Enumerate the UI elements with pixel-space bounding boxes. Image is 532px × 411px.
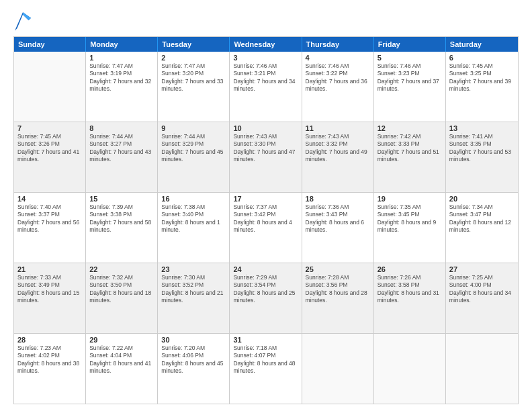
day-number: 5 (378, 54, 442, 62)
cal-cell-0-2: 2Sunrise: 7:47 AM Sunset: 3:20 PM Daylig… (158, 52, 230, 122)
cell-info: Sunrise: 7:32 AM Sunset: 3:50 PM Dayligh… (89, 274, 154, 305)
cal-cell-2-1: 15Sunrise: 7:39 AM Sunset: 3:38 PM Dayli… (86, 193, 158, 263)
cal-cell-2-2: 16Sunrise: 7:38 AM Sunset: 3:40 PM Dayli… (158, 193, 230, 263)
cal-header-saturday: Saturday (446, 37, 518, 52)
cell-info: Sunrise: 7:23 AM Sunset: 4:02 PM Dayligh… (17, 345, 82, 375)
cal-cell-1-2: 9Sunrise: 7:44 AM Sunset: 3:29 PM Daylig… (158, 122, 230, 192)
cell-info: Sunrise: 7:18 AM Sunset: 4:07 PM Dayligh… (233, 345, 298, 375)
cal-cell-0-3: 3Sunrise: 7:46 AM Sunset: 3:21 PM Daylig… (230, 52, 302, 122)
cell-info: Sunrise: 7:44 AM Sunset: 3:29 PM Dayligh… (161, 133, 226, 164)
cell-info: Sunrise: 7:39 AM Sunset: 3:38 PM Dayligh… (89, 203, 154, 234)
cell-info: Sunrise: 7:26 AM Sunset: 3:58 PM Dayligh… (378, 274, 442, 305)
calendar: SundayMondayTuesdayWednesdayThursdayFrid… (13, 36, 519, 404)
cal-cell-4-3: 31Sunrise: 7:18 AM Sunset: 4:07 PM Dayli… (230, 334, 302, 404)
cell-info: Sunrise: 7:43 AM Sunset: 3:30 PM Dayligh… (233, 133, 298, 164)
cal-cell-0-5: 5Sunrise: 7:46 AM Sunset: 3:23 PM Daylig… (374, 52, 446, 122)
day-number: 31 (233, 336, 298, 344)
cell-info: Sunrise: 7:35 AM Sunset: 3:45 PM Dayligh… (378, 203, 442, 234)
cal-header-friday: Friday (374, 37, 446, 52)
day-number: 10 (233, 124, 298, 132)
cal-cell-1-1: 8Sunrise: 7:44 AM Sunset: 3:27 PM Daylig… (86, 122, 158, 192)
cal-cell-4-0: 28Sunrise: 7:23 AM Sunset: 4:02 PM Dayli… (14, 334, 86, 404)
day-number: 8 (89, 124, 154, 132)
cal-cell-4-5 (374, 334, 446, 404)
cal-cell-3-1: 22Sunrise: 7:32 AM Sunset: 3:50 PM Dayli… (86, 263, 158, 333)
cell-info: Sunrise: 7:45 AM Sunset: 3:26 PM Dayligh… (17, 133, 82, 164)
cal-cell-0-0 (14, 52, 86, 122)
cell-info: Sunrise: 7:41 AM Sunset: 3:35 PM Dayligh… (449, 133, 515, 164)
day-number: 6 (449, 54, 515, 62)
cal-cell-3-4: 25Sunrise: 7:28 AM Sunset: 3:56 PM Dayli… (302, 263, 374, 333)
cell-info: Sunrise: 7:46 AM Sunset: 3:22 PM Dayligh… (306, 62, 370, 93)
svg-marker-1 (23, 12, 31, 20)
day-number: 24 (233, 265, 298, 273)
day-number: 16 (161, 195, 226, 203)
cell-info: Sunrise: 7:40 AM Sunset: 3:37 PM Dayligh… (17, 203, 82, 234)
cal-cell-3-5: 26Sunrise: 7:26 AM Sunset: 3:58 PM Dayli… (374, 263, 446, 333)
day-number: 14 (17, 195, 82, 203)
cell-info: Sunrise: 7:36 AM Sunset: 3:43 PM Dayligh… (306, 203, 370, 234)
day-number: 7 (17, 124, 82, 132)
cell-info: Sunrise: 7:37 AM Sunset: 3:42 PM Dayligh… (233, 203, 298, 234)
calendar-body: 1Sunrise: 7:47 AM Sunset: 3:19 PM Daylig… (14, 52, 518, 404)
day-number: 13 (449, 124, 515, 132)
cal-cell-2-5: 19Sunrise: 7:35 AM Sunset: 3:45 PM Dayli… (374, 193, 446, 263)
day-number: 11 (306, 124, 370, 132)
cell-info: Sunrise: 7:34 AM Sunset: 3:47 PM Dayligh… (449, 203, 515, 234)
cal-row-0: 1Sunrise: 7:47 AM Sunset: 3:19 PM Daylig… (14, 52, 518, 122)
day-number: 25 (306, 265, 370, 273)
cell-info: Sunrise: 7:46 AM Sunset: 3:21 PM Dayligh… (233, 62, 298, 93)
cell-info: Sunrise: 7:47 AM Sunset: 3:20 PM Dayligh… (161, 62, 226, 93)
cell-info: Sunrise: 7:38 AM Sunset: 3:40 PM Dayligh… (161, 203, 226, 234)
day-number: 12 (378, 124, 442, 132)
day-number: 30 (161, 336, 226, 344)
cal-header-tuesday: Tuesday (158, 37, 230, 52)
cell-info: Sunrise: 7:45 AM Sunset: 3:25 PM Dayligh… (449, 62, 515, 93)
cell-info: Sunrise: 7:44 AM Sunset: 3:27 PM Dayligh… (89, 133, 154, 164)
cell-info: Sunrise: 7:30 AM Sunset: 3:52 PM Dayligh… (161, 274, 226, 305)
day-number: 9 (161, 124, 226, 132)
cell-info: Sunrise: 7:25 AM Sunset: 4:00 PM Dayligh… (449, 274, 515, 305)
cal-row-1: 7Sunrise: 7:45 AM Sunset: 3:26 PM Daylig… (14, 122, 518, 193)
cal-cell-1-4: 11Sunrise: 7:43 AM Sunset: 3:32 PM Dayli… (302, 122, 374, 192)
cal-cell-1-0: 7Sunrise: 7:45 AM Sunset: 3:26 PM Daylig… (14, 122, 86, 192)
cal-cell-0-4: 4Sunrise: 7:46 AM Sunset: 3:22 PM Daylig… (302, 52, 374, 122)
cal-cell-4-2: 30Sunrise: 7:20 AM Sunset: 4:06 PM Dayli… (158, 334, 230, 404)
cal-cell-2-6: 20Sunrise: 7:34 AM Sunset: 3:47 PM Dayli… (446, 193, 518, 263)
day-number: 29 (89, 336, 154, 344)
cell-info: Sunrise: 7:20 AM Sunset: 4:06 PM Dayligh… (161, 345, 226, 375)
svg-marker-0 (15, 12, 31, 30)
cal-cell-1-3: 10Sunrise: 7:43 AM Sunset: 3:30 PM Dayli… (230, 122, 302, 192)
cal-header-wednesday: Wednesday (230, 37, 302, 52)
cal-cell-3-2: 23Sunrise: 7:30 AM Sunset: 3:52 PM Dayli… (158, 263, 230, 333)
cell-info: Sunrise: 7:28 AM Sunset: 3:56 PM Dayligh… (306, 274, 370, 305)
cal-cell-4-1: 29Sunrise: 7:22 AM Sunset: 4:04 PM Dayli… (86, 334, 158, 404)
calendar-header-row: SundayMondayTuesdayWednesdayThursdayFrid… (14, 37, 518, 52)
cal-cell-0-6: 6Sunrise: 7:45 AM Sunset: 3:25 PM Daylig… (446, 52, 518, 122)
cell-info: Sunrise: 7:22 AM Sunset: 4:04 PM Dayligh… (89, 345, 154, 375)
cal-cell-2-4: 18Sunrise: 7:36 AM Sunset: 3:43 PM Dayli… (302, 193, 374, 263)
cal-cell-1-5: 12Sunrise: 7:42 AM Sunset: 3:33 PM Dayli… (374, 122, 446, 192)
day-number: 20 (449, 195, 515, 203)
day-number: 18 (306, 195, 370, 203)
cal-header-sunday: Sunday (14, 37, 86, 52)
cal-row-3: 21Sunrise: 7:33 AM Sunset: 3:49 PM Dayli… (14, 263, 518, 334)
day-number: 27 (449, 265, 515, 273)
day-number: 22 (89, 265, 154, 273)
day-number: 19 (378, 195, 442, 203)
day-number: 4 (306, 54, 370, 62)
day-number: 28 (17, 336, 82, 344)
cell-info: Sunrise: 7:47 AM Sunset: 3:19 PM Dayligh… (89, 62, 154, 93)
cal-cell-3-6: 27Sunrise: 7:25 AM Sunset: 4:00 PM Dayli… (446, 263, 518, 333)
day-number: 21 (17, 265, 82, 273)
day-number: 26 (378, 265, 442, 273)
logo (13, 12, 34, 31)
cal-cell-3-0: 21Sunrise: 7:33 AM Sunset: 3:49 PM Dayli… (14, 263, 86, 333)
day-number: 23 (161, 265, 226, 273)
cal-header-thursday: Thursday (302, 37, 374, 52)
header (13, 12, 519, 31)
cal-header-monday: Monday (86, 37, 158, 52)
cal-cell-1-6: 13Sunrise: 7:41 AM Sunset: 3:35 PM Dayli… (446, 122, 518, 192)
cal-cell-4-6 (446, 334, 518, 404)
day-number: 1 (89, 54, 154, 62)
